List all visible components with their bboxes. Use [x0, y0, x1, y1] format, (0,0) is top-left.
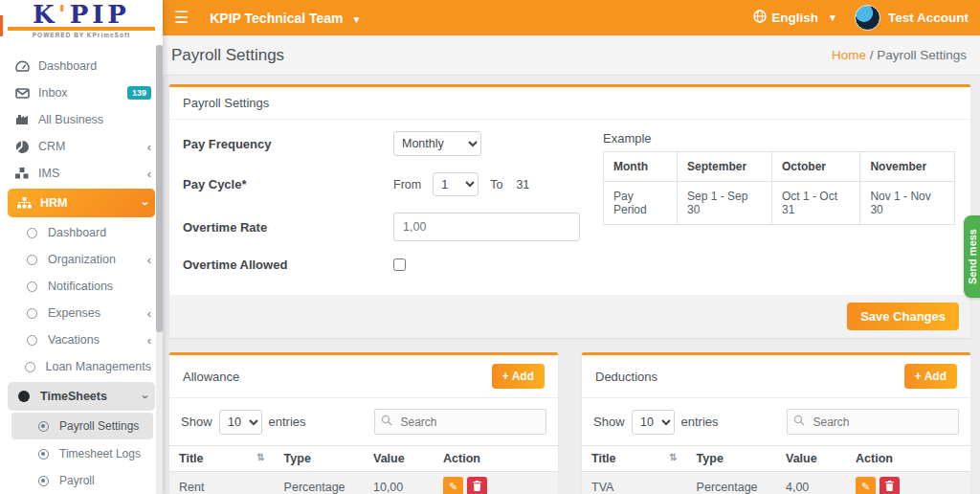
overtime-rate-label: Overtime Rate — [183, 220, 393, 235]
pie-chart-icon — [13, 141, 31, 153]
overtime-allowed-label: Overtime Allowed — [183, 258, 393, 272]
settings-card-footer: Save Changes — [169, 295, 970, 338]
breadcrumb-current: Payroll Settings — [877, 48, 967, 62]
search-icon — [381, 415, 392, 429]
language-selector[interactable]: English ▼ — [753, 10, 837, 26]
send-message-tab[interactable]: Send mess — [964, 215, 980, 298]
account-menu[interactable]: Test Account — [855, 5, 969, 31]
circle-icon — [23, 228, 40, 238]
plus-icon: + — [915, 370, 922, 383]
sort-icon: ⇅ — [669, 452, 677, 462]
sidebar-item-hrm-dashboard[interactable]: Dashboard — [0, 219, 163, 246]
pay-frequency-label: Pay Frequency — [183, 137, 393, 151]
sidebar-item-label: CRM — [38, 140, 65, 153]
circle-icon — [23, 308, 40, 319]
sidebar-item-payroll[interactable]: Payroll — [0, 467, 163, 494]
sidebar-item-dashboard[interactable]: Dashboard — [0, 53, 163, 79]
sidebar-scrollbar-thumb[interactable] — [156, 45, 163, 332]
sidebar-item-label: TimeSheets — [40, 390, 107, 403]
cell-value: 10,00 — [364, 472, 434, 494]
column-header-title[interactable]: Title⇅ — [582, 446, 687, 472]
sidebar-item-crm[interactable]: CRM ‹ — [0, 133, 163, 160]
team-selector[interactable]: KPIP Technical Team ▼ — [210, 11, 361, 26]
deductions-card-title: Deductions — [595, 370, 657, 384]
delete-button[interactable] — [467, 477, 487, 494]
overtime-allowed-checkbox[interactable] — [393, 258, 406, 271]
sidebar-item-timesheets[interactable]: TimeSheets ‹ — [8, 382, 155, 411]
globe-icon — [753, 10, 767, 26]
deductions-pagesize-select[interactable]: 10 — [632, 410, 675, 435]
allowance-add-button[interactable]: +Add — [492, 364, 545, 389]
table-row: TVA Percentage 4,00 ✎ — [582, 472, 970, 494]
circle-icon — [23, 335, 40, 346]
example-row: Pay Period Sep 1 - Sep 30 Oct 1 - Oct 31… — [604, 182, 955, 225]
deductions-card: Deductions +Add Show 10 entries — [582, 352, 970, 494]
example-cell: Pay Period — [604, 182, 678, 225]
search-icon — [793, 415, 805, 429]
column-header-value[interactable]: Value — [364, 446, 434, 472]
brand-logo[interactable]: K'PIP POWERED BY KPrimeSoft — [0, 0, 163, 45]
example-title: Example — [603, 131, 955, 146]
column-header-action: Action — [846, 446, 970, 472]
chevron-down-icon: ‹ — [137, 201, 149, 205]
save-changes-button[interactable]: Save Changes — [847, 303, 959, 330]
deductions-add-button[interactable]: +Add — [904, 364, 957, 389]
language-label: English — [771, 11, 818, 25]
pay-cycle-to-value: 31 — [516, 178, 529, 191]
sidebar-item-expenses[interactable]: Expenses ‹ — [0, 300, 163, 326]
overtime-rate-input[interactable] — [393, 213, 580, 241]
sidebar-item-label: Payroll — [59, 474, 95, 487]
account-name: Test Account — [888, 11, 969, 25]
column-header-type[interactable]: Type — [687, 446, 776, 472]
inbox-count-badge: 139 — [127, 86, 151, 100]
chevron-left-icon: ‹ — [147, 307, 151, 320]
sitemap-icon — [15, 197, 33, 209]
delete-button[interactable] — [880, 477, 900, 494]
sidebar-item-label: Expenses — [48, 306, 100, 320]
sidebar-item-vacations[interactable]: Vacations ‹ — [0, 326, 163, 353]
sidebar-item-label: Inbox — [38, 86, 68, 100]
allowance-pagesize-select[interactable]: 10 — [219, 410, 262, 435]
chevron-left-icon: ‹ — [147, 141, 151, 153]
pay-frequency-select[interactable]: Monthly — [393, 131, 481, 156]
edit-button[interactable]: ✎ — [443, 477, 463, 494]
example-cell: Oct 1 - Oct 31 — [772, 182, 860, 225]
sidebar-item-label: Organization — [48, 253, 116, 266]
hamburger-menu-icon[interactable]: ☰ — [174, 10, 189, 26]
deductions-toolbar: Show 10 entries — [582, 398, 970, 443]
payroll-settings-form: Pay Frequency Monthly Pay Cycle* From 1 … — [183, 131, 580, 276]
sidebar-item-hrm[interactable]: HRM ‹ — [8, 189, 155, 217]
allowance-search-input[interactable] — [374, 409, 546, 435]
cell-title: TVA — [582, 472, 687, 494]
example-header: Month — [604, 152, 678, 182]
logo-accent — [0, 15, 3, 36]
dot-circle-icon — [34, 449, 52, 460]
circle-icon — [23, 362, 38, 372]
column-header-title[interactable]: Title⇅ — [169, 446, 275, 472]
column-header-type[interactable]: Type — [275, 446, 364, 472]
sidebar-item-payroll-settings[interactable]: Payroll Settings — [11, 413, 153, 439]
sidebar-item-timesheet-logs[interactable]: Timesheet Logs — [0, 440, 163, 467]
sidebar-item-all-business[interactable]: All Business — [0, 106, 163, 133]
sidebar-item-inbox[interactable]: Inbox 139 — [0, 79, 163, 106]
cubes-icon — [13, 168, 31, 179]
edit-button[interactable]: ✎ — [856, 477, 876, 494]
deductions-search-input[interactable] — [787, 409, 959, 435]
pay-cycle-from-select[interactable]: 1 — [433, 172, 479, 196]
allowance-toolbar: Show 10 entries — [169, 398, 558, 443]
breadcrumb-separator: / — [870, 48, 874, 62]
breadcrumb-home-link[interactable]: Home — [832, 48, 866, 62]
sidebar-item-loan-managements[interactable]: Loan Managements — [0, 353, 163, 380]
deductions-table: Title⇅ Type Value Action TVA Percentage … — [582, 445, 970, 494]
factory-icon — [13, 114, 31, 125]
example-cell: Nov 1 - Nov 30 — [860, 182, 955, 225]
sidebar-item-organization[interactable]: Organization ‹ — [0, 246, 163, 273]
page-header: Payroll Settings Home / Payroll Settings — [163, 35, 980, 76]
entries-label: entries — [269, 415, 306, 429]
sidebar-item-notifications[interactable]: Notifications — [0, 273, 163, 300]
sidebar: K'PIP POWERED BY KPrimeSoft Dashboard In… — [0, 0, 163, 494]
sidebar-scrollbar[interactable] — [156, 45, 163, 494]
to-label: To — [490, 178, 502, 191]
sidebar-item-ims[interactable]: IMS ‹ — [0, 160, 163, 187]
column-header-value[interactable]: Value — [776, 446, 846, 472]
